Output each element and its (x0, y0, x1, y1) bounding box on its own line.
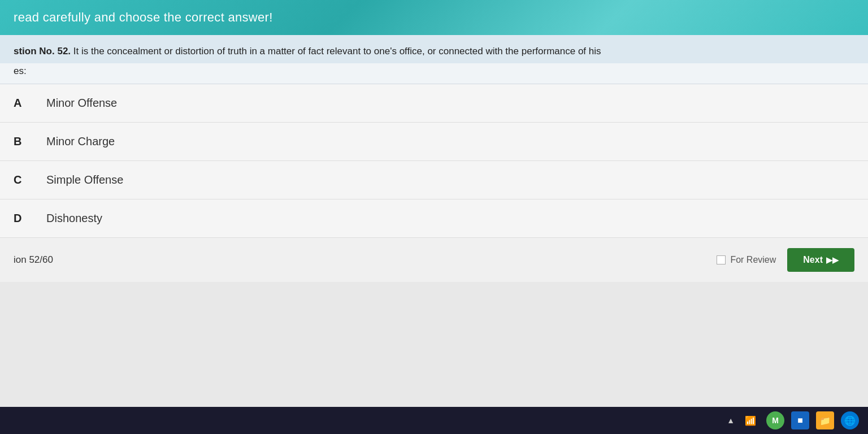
next-arrow-icon: ▶▶ (826, 255, 839, 264)
for-review-label: For Review (730, 255, 776, 265)
answer-letter-b: B (14, 135, 42, 148)
question-subtext: es: (0, 63, 868, 84)
question-count: ion 52/60 (14, 254, 53, 266)
next-button-label: Next (803, 255, 823, 265)
next-button[interactable]: Next ▶▶ (787, 248, 854, 272)
answer-text-c: Simple Offense (42, 173, 123, 186)
answer-option-a[interactable]: A Minor Offense (0, 84, 868, 123)
header-instruction: read carefully and choose the correct an… (14, 10, 273, 24)
answer-letter-d: D (14, 212, 42, 225)
question-container: stion No. 52. It is the concealment or d… (0, 35, 868, 84)
answer-option-b[interactable]: B Minor Charge (0, 123, 868, 161)
answer-letter-a: A (14, 97, 42, 110)
taskbar: ▲ 📶 M ■ 📁 🌐 (0, 407, 868, 434)
answer-option-c[interactable]: C Simple Offense (0, 161, 868, 199)
answer-text-b: Minor Charge (42, 135, 115, 148)
taskbar-icon-app2[interactable]: ■ (791, 411, 809, 429)
answer-text-d: Dishonesty (42, 212, 102, 225)
question-label: stion No. 52. (14, 46, 71, 57)
taskbar-icon-app3[interactable]: 📁 (816, 411, 834, 429)
answer-letter-c: C (14, 173, 42, 186)
footer-bar: ion 52/60 For Review Next ▶▶ (0, 238, 868, 282)
answer-text-a: Minor Offense (42, 97, 117, 110)
taskbar-icon-app1[interactable]: M (766, 411, 784, 429)
question-header: stion No. 52. It is the concealment or d… (0, 35, 868, 63)
taskbar-icon-wifi: 📶 (741, 411, 760, 429)
answer-option-d[interactable]: D Dishonesty (0, 199, 868, 238)
answers-container: A Minor Offense B Minor Charge C Simple … (0, 84, 868, 238)
for-review-container[interactable]: For Review (717, 255, 776, 265)
taskbar-icon-edge[interactable]: 🌐 (841, 411, 859, 429)
header-banner: read carefully and choose the correct an… (0, 0, 868, 35)
question-body: It is the concealment or distortion of t… (73, 46, 601, 57)
chevron-up-icon: ▲ (727, 416, 735, 425)
for-review-checkbox[interactable] (717, 255, 726, 264)
